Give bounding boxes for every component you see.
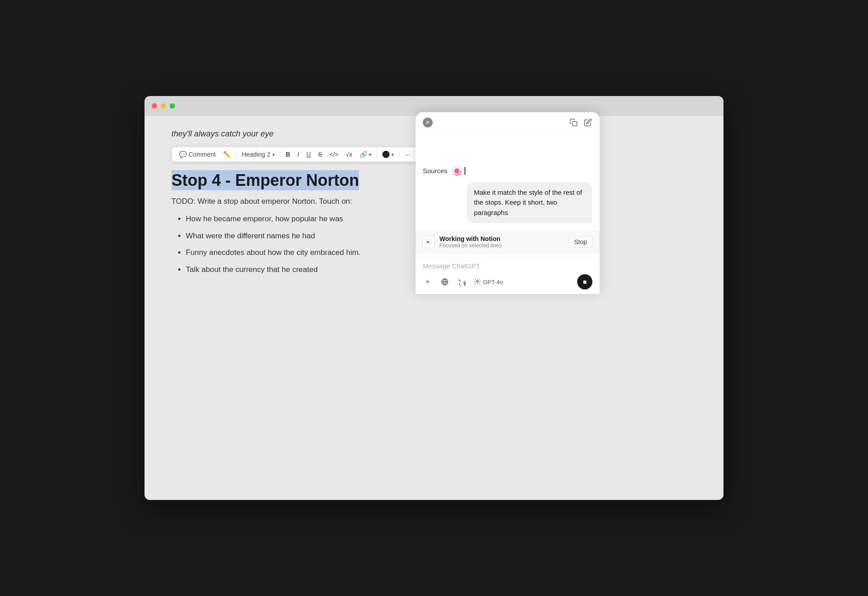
add-button[interactable]: + — [423, 277, 433, 287]
globe-icon[interactable] — [440, 277, 450, 287]
minimize-button[interactable] — [161, 103, 166, 109]
sources-row: Sources — [423, 165, 592, 177]
app-window: they'll always catch your eye 💬 Comment … — [145, 96, 723, 500]
code-button[interactable]: </> — [328, 150, 340, 159]
formatting-toolbar: 💬 Comment ✏️ Heading 2 ▾ B I U S </> √x … — [171, 147, 418, 162]
message-input[interactable] — [423, 262, 592, 270]
chat-panel: ✕ — [416, 112, 600, 294]
user-message-bubble: Make it match the style of the rest of t… — [467, 182, 592, 224]
gpt-model-selector[interactable]: GPT-4o — [474, 278, 503, 286]
edit-icon: ✏️ — [223, 151, 231, 158]
close-icon: ✕ — [425, 119, 430, 126]
edit-icon-button[interactable]: ✏️ — [221, 150, 232, 159]
toolbar-left: + — [423, 277, 503, 287]
panel-close-button[interactable]: ✕ — [423, 118, 433, 127]
edit-panel-icon[interactable] — [583, 118, 592, 127]
notion-info: N Working with Notion Focused on selecte… — [422, 235, 502, 249]
bold-button[interactable]: B — [284, 150, 292, 159]
heading-selector[interactable]: Heading 2 ▾ — [240, 150, 276, 159]
close-button[interactable] — [152, 103, 157, 109]
editor-area: they'll always catch your eye 💬 Comment … — [145, 116, 723, 294]
comment-button[interactable]: 💬 Comment — [177, 150, 218, 159]
chat-body: Sources Make it match the style of the r… — [416, 131, 600, 230]
sources-label: Sources — [423, 167, 447, 175]
panel-header-icons — [569, 118, 592, 127]
send-stop-button[interactable]: ■ — [577, 274, 592, 289]
maximize-button[interactable] — [170, 103, 175, 109]
traffic-lights — [152, 103, 175, 109]
separator4 — [399, 150, 399, 158]
link-button[interactable]: 🔗 ▾ — [358, 150, 373, 159]
math-button[interactable]: √x — [344, 150, 354, 159]
link-chevron: ▾ — [369, 152, 371, 157]
svg-text:N: N — [427, 240, 430, 244]
separator — [236, 150, 237, 158]
chat-input-area: + — [416, 257, 600, 294]
notion-title: Working with Notion — [439, 235, 502, 242]
comment-icon: 💬 — [179, 151, 187, 158]
svg-point-7 — [477, 280, 478, 282]
svg-rect-0 — [573, 122, 577, 126]
loading-indicator — [451, 165, 465, 177]
gpt-icon — [474, 278, 481, 286]
notion-context-banner: N Working with Notion Focused on selecte… — [416, 230, 600, 254]
separator3 — [377, 150, 377, 158]
notion-text-group: Working with Notion Focused on selected … — [439, 235, 502, 249]
chevron-down-icon: ▾ — [272, 152, 275, 157]
stop-icon: ■ — [583, 278, 587, 285]
svg-point-2 — [454, 168, 460, 174]
document-heading[interactable]: Stop 4 - Emperor Norton — [171, 170, 359, 190]
text-cursor — [465, 167, 465, 175]
refresh-icon[interactable] — [457, 277, 467, 287]
color-swatch — [382, 151, 390, 158]
panel-header: ✕ — [416, 112, 600, 131]
color-picker[interactable]: ▾ — [381, 150, 395, 159]
strikethrough-button[interactable]: S — [316, 150, 324, 159]
separator2 — [280, 150, 281, 158]
italic-button[interactable]: I — [296, 150, 301, 159]
notion-logo-icon: N — [422, 236, 435, 248]
stop-generation-button[interactable]: Stop — [568, 236, 593, 248]
underline-button[interactable]: U — [305, 150, 313, 159]
link-icon: 🔗 — [359, 151, 367, 158]
notion-subtitle: Focused on selected lines — [439, 242, 502, 249]
color-chevron: ▾ — [391, 152, 394, 157]
more-options-button[interactable]: ··· — [403, 150, 412, 159]
copy-icon[interactable] — [569, 118, 578, 127]
record-icon — [451, 165, 463, 177]
chat-toolbar: + — [423, 274, 592, 289]
gpt-model-label: GPT-4o — [483, 279, 503, 285]
